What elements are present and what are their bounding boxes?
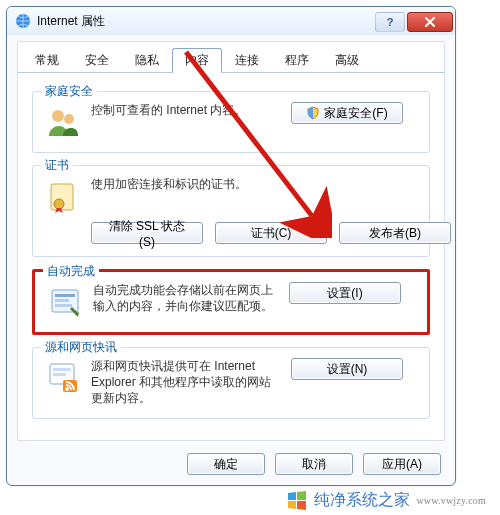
certificate-icon (45, 178, 81, 214)
dialog-footer: 确定 取消 应用(A) (187, 453, 441, 475)
help-button[interactable]: ? (375, 12, 405, 32)
clear-ssl-button[interactable]: 清除 SSL 状态(S) (91, 222, 203, 244)
svg-rect-11 (53, 373, 66, 376)
group-autocomplete: 自动完成 自动完成功能会存储以前在网页上输入的内容，并向你建议匹配项。 设置(I… (32, 269, 430, 335)
tab-connections[interactable]: 连接 (222, 48, 272, 72)
svg-point-13 (65, 387, 69, 391)
svg-rect-6 (55, 294, 75, 297)
group-legend: 源和网页快讯 (41, 339, 121, 356)
ok-button[interactable]: 确定 (187, 453, 265, 475)
tab-programs[interactable]: 程序 (272, 48, 322, 72)
tab-content[interactable]: 内容 (172, 48, 222, 73)
tab-general[interactable]: 常规 (22, 48, 72, 72)
tab-security[interactable]: 安全 (72, 48, 122, 72)
svg-rect-10 (53, 368, 71, 371)
cert-text: 使用加密连接和标识的证书。 (91, 176, 283, 192)
publishers-button[interactable]: 发布者(B) (339, 222, 451, 244)
family-text: 控制可查看的 Internet 内容。 (91, 102, 283, 118)
watermark-url: www.vwjzy.com (416, 495, 486, 506)
dialog-body: 常规 安全 隐私 内容 连接 程序 高级 家庭安全 控制可查看的 Interne… (17, 41, 445, 441)
svg-rect-8 (55, 304, 72, 307)
autocomplete-icon (47, 284, 83, 320)
autocomplete-settings-button[interactable]: 设置(I) (289, 282, 401, 304)
certificates-button[interactable]: 证书(C) (215, 222, 327, 244)
watermark-brand: 纯净系统之家 (314, 490, 410, 511)
cancel-button[interactable]: 取消 (275, 453, 353, 475)
autocomplete-text: 自动完成功能会存储以前在网页上输入的内容，并向你建议匹配项。 (93, 282, 281, 314)
svg-point-4 (54, 199, 64, 209)
titlebar: Internet 属性 ? (7, 7, 455, 35)
tab-advanced[interactable]: 高级 (322, 48, 372, 72)
group-feeds: 源和网页快讯 源和网页快讯提供可在 Internet Explorer 和其他程… (32, 347, 430, 419)
tabstrip: 常规 安全 隐私 内容 连接 程序 高级 (18, 42, 444, 73)
watermark: 纯净系统之家 www.vwjzy.com (286, 489, 486, 511)
family-safety-button[interactable]: 家庭安全(F) (291, 102, 403, 124)
apply-button[interactable]: 应用(A) (363, 453, 441, 475)
shield-icon (306, 106, 320, 120)
watermark-logo-icon (286, 489, 308, 511)
internet-icon (15, 13, 31, 29)
feeds-text: 源和网页快讯提供可在 Internet Explorer 和其他程序中读取的网站… (91, 358, 283, 406)
tab-privacy[interactable]: 隐私 (122, 48, 172, 72)
svg-point-1 (52, 110, 64, 122)
feeds-icon (45, 360, 81, 396)
close-button[interactable] (407, 12, 453, 32)
close-icon (424, 16, 436, 28)
group-certificates: 证书 使用加密连接和标识的证书。 清除 SSL 状态(S) 证书(C) 发布者(… (32, 165, 430, 257)
family-icon (45, 104, 81, 140)
group-legend: 证书 (41, 157, 73, 174)
family-safety-label: 家庭安全(F) (324, 105, 387, 122)
feeds-settings-button[interactable]: 设置(N) (291, 358, 403, 380)
group-legend: 家庭安全 (41, 83, 97, 100)
window-title: Internet 属性 (37, 13, 373, 30)
group-family-safety: 家庭安全 控制可查看的 Internet 内容。 家庭安全(F) (32, 91, 430, 153)
dialog-window: Internet 属性 ? 常规 安全 隐私 内容 连接 程序 高级 家庭安全 (6, 6, 456, 486)
group-legend: 自动完成 (43, 263, 99, 280)
svg-rect-7 (55, 299, 69, 302)
svg-point-2 (64, 114, 74, 124)
